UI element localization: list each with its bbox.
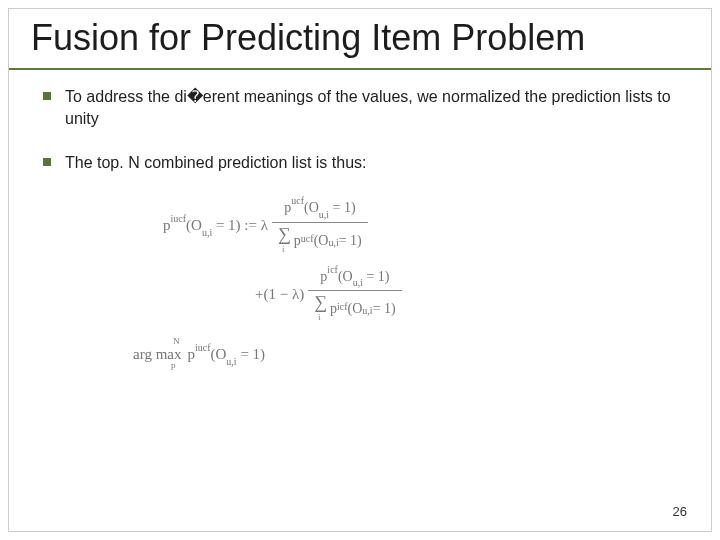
formula-block: piucf(Ou,i = 1) := λ pucf(Ou,i = 1) ∑i p… [163, 195, 677, 367]
bullet-item: To address the di�erent meanings of the … [43, 86, 677, 129]
f3-body: piucf(Ou,i = 1) [187, 342, 265, 367]
frac1-num: pucf(Ou,i = 1) [278, 195, 361, 221]
square-bullet-icon [43, 158, 51, 166]
fraction-1: pucf(Ou,i = 1) ∑i pucf(Ou,i = 1) [272, 195, 368, 255]
formula-row-3: arg max N p piucf(Ou,i = 1) [133, 342, 677, 367]
frac1-den: ∑i pucf(Ou,i = 1) [272, 222, 368, 256]
sigma-icon: ∑i [314, 293, 330, 324]
slide-frame: Fusion for Predicting Item Problem To ad… [8, 8, 712, 532]
bullet-text: To address the di�erent meanings of the … [65, 86, 677, 129]
frac2-den: ∑i picf(Ou,i = 1) [308, 290, 402, 324]
bullet-text: The top. N combined prediction list is t… [65, 152, 677, 174]
title-container: Fusion for Predicting Item Problem [9, 9, 711, 70]
square-bullet-icon [43, 92, 51, 100]
formula-row-2: +(1 − λ) picf(Ou,i = 1) ∑i picf(Ou,i = 1… [255, 264, 677, 324]
slide-title: Fusion for Predicting Item Problem [31, 17, 689, 58]
fraction-2: picf(Ou,i = 1) ∑i picf(Ou,i = 1) [308, 264, 402, 324]
argmax: arg max N p [133, 343, 181, 366]
formula-row-1: piucf(Ou,i = 1) := λ pucf(Ou,i = 1) ∑i p… [163, 195, 677, 255]
frac2-num: picf(Ou,i = 1) [314, 264, 395, 290]
f1-lhs: piucf(Ou,i = 1) := λ [163, 213, 268, 238]
f2-pre: +(1 − λ) [255, 283, 304, 306]
bullet-item: The top. N combined prediction list is t… [43, 152, 677, 174]
page-number: 26 [673, 504, 687, 519]
slide-body: To address the di�erent meanings of the … [9, 70, 711, 367]
sigma-icon: ∑i [278, 225, 294, 256]
